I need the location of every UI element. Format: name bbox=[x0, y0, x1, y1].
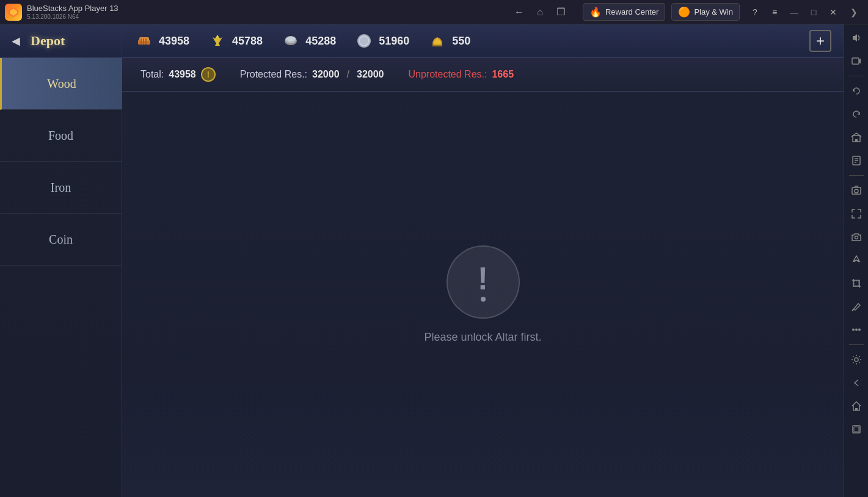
resource-bar: 43958 45788 bbox=[122, 24, 844, 58]
tab-wood-label: Wood bbox=[47, 77, 76, 91]
svg-rect-6 bbox=[145, 38, 147, 45]
svg-point-24 bbox=[858, 328, 861, 331]
expand-icon[interactable] bbox=[845, 203, 867, 225]
camera-folder-icon[interactable] bbox=[845, 226, 867, 248]
title-bar-text: BlueStacks App Player 13 5.13.200.1026 N… bbox=[27, 4, 509, 20]
svg-rect-28 bbox=[854, 427, 859, 432]
total-stat: Total: 43958 ! bbox=[140, 67, 216, 82]
unprotected-label: Unprotected Res.: bbox=[408, 69, 487, 80]
title-bar: BlueStacks App Player 13 5.13.200.1026 N… bbox=[0, 0, 868, 24]
rotate-ccw-icon[interactable] bbox=[845, 80, 867, 102]
play-win-icon: 🟠 bbox=[678, 6, 690, 18]
depot-back-button[interactable]: ◀ bbox=[7, 32, 24, 49]
tab-food[interactable]: Food bbox=[0, 110, 122, 162]
reward-center-label: Reward Center bbox=[605, 7, 658, 16]
wood-value: 43958 bbox=[159, 35, 189, 48]
apk-icon[interactable] bbox=[845, 150, 867, 172]
tab-wood[interactable]: Wood bbox=[0, 58, 122, 110]
depot-header: ◀ Depot bbox=[0, 24, 122, 58]
recent-apps-icon[interactable] bbox=[845, 418, 867, 440]
svg-rect-21 bbox=[854, 281, 859, 286]
back-arrow-icon[interactable] bbox=[845, 372, 867, 394]
video-icon[interactable] bbox=[845, 50, 867, 72]
menu-button[interactable]: ≡ bbox=[765, 3, 784, 21]
empty-icon-circle: ! bbox=[447, 245, 520, 319]
gold-value: 550 bbox=[452, 35, 470, 48]
svg-point-19 bbox=[855, 189, 858, 193]
minimize-button[interactable]: — bbox=[785, 3, 803, 21]
warning-icon[interactable]: ! bbox=[201, 67, 216, 82]
brush-icon[interactable] bbox=[845, 296, 867, 317]
svg-rect-14 bbox=[852, 58, 859, 64]
side-panel-toggle[interactable]: ❯ bbox=[845, 3, 863, 21]
tab-coin[interactable]: Coin bbox=[0, 214, 122, 266]
protected-stat: Protected Res.: 32000 / 32000 bbox=[240, 69, 384, 80]
settings-icon[interactable] bbox=[845, 349, 867, 371]
screenshot-icon[interactable] bbox=[845, 180, 867, 201]
windows-nav-button[interactable]: ❐ bbox=[551, 2, 571, 22]
unprotected-stat: Unprotected Res.: 1665 bbox=[408, 69, 514, 80]
app-version: 5.13.200.1026 N64 bbox=[27, 13, 509, 20]
help-button[interactable]: ? bbox=[746, 3, 764, 21]
depot-title: Depot bbox=[31, 33, 65, 49]
svg-rect-5 bbox=[143, 38, 144, 45]
coin-value: 51960 bbox=[379, 35, 409, 48]
svg-rect-13 bbox=[432, 45, 442, 46]
resource-gold[interactable]: 550 bbox=[428, 31, 470, 51]
resource-coin[interactable]: 51960 bbox=[354, 31, 409, 51]
gold-icon bbox=[428, 31, 447, 51]
svg-point-20 bbox=[855, 236, 858, 239]
wood-icon bbox=[134, 31, 154, 51]
exclamation-icon: ! bbox=[478, 263, 488, 294]
svg-point-9 bbox=[286, 37, 295, 42]
game-area: ◀ Depot Wood Food Iron Coin bbox=[0, 24, 844, 497]
svg-rect-16 bbox=[855, 139, 858, 142]
back-nav-button[interactable]: ← bbox=[509, 2, 529, 22]
home-nav-button[interactable]: ⌂ bbox=[530, 2, 550, 22]
total-label: Total: bbox=[140, 69, 164, 80]
svg-rect-26 bbox=[855, 408, 858, 410]
food-value: 45788 bbox=[232, 35, 263, 48]
tab-food-label: Food bbox=[48, 129, 73, 143]
protected-max: 32000 bbox=[357, 69, 384, 80]
right-sidebar bbox=[844, 24, 868, 497]
speaker-icon[interactable] bbox=[845, 27, 867, 49]
main-container: ◀ Depot Wood Food Iron Coin bbox=[0, 24, 868, 497]
add-resource-button[interactable]: + bbox=[809, 30, 831, 52]
svg-point-12 bbox=[360, 37, 368, 45]
left-sidebar: ◀ Depot Wood Food Iron Coin bbox=[0, 24, 122, 497]
empty-message: Please unlock Altar first. bbox=[424, 331, 541, 344]
resource-wood[interactable]: 43958 bbox=[134, 31, 189, 51]
more-icon[interactable] bbox=[845, 319, 867, 341]
protected-label: Protected Res.: bbox=[240, 69, 307, 80]
play-win-button[interactable]: 🟠 Play & Win bbox=[671, 3, 740, 21]
total-value: 43958 bbox=[169, 69, 196, 80]
app-name: BlueStacks App Player 13 bbox=[27, 4, 509, 13]
close-button[interactable]: ✕ bbox=[824, 3, 842, 21]
title-bar-nav: ← ⌂ ❐ bbox=[509, 2, 571, 22]
svg-point-25 bbox=[855, 358, 858, 361]
airplane-icon[interactable] bbox=[845, 249, 867, 271]
sidebar-divider-2 bbox=[849, 175, 864, 176]
tab-iron[interactable]: Iron bbox=[0, 162, 122, 214]
tab-iron-label: Iron bbox=[51, 181, 71, 195]
resource-food[interactable]: 45788 bbox=[208, 31, 263, 51]
window-controls: ? ≡ — □ ✕ bbox=[746, 3, 842, 21]
resource-tabs: Wood Food Iron Coin bbox=[0, 58, 122, 497]
rotate-cw-icon[interactable] bbox=[845, 103, 867, 125]
maximize-button[interactable]: □ bbox=[804, 3, 823, 21]
crop-icon[interactable] bbox=[845, 272, 867, 294]
home-icon[interactable] bbox=[845, 395, 867, 417]
svg-point-22 bbox=[852, 328, 855, 331]
content-area: 43958 45788 bbox=[122, 24, 844, 497]
play-win-label: Play & Win bbox=[694, 7, 733, 16]
building-icon[interactable] bbox=[845, 126, 867, 148]
reward-center-button[interactable]: 🔥 Reward Center bbox=[583, 3, 665, 21]
stats-bar: Total: 43958 ! Protected Res.: 32000 / 3… bbox=[122, 58, 844, 92]
resource-iron[interactable]: 45288 bbox=[281, 31, 336, 51]
iron-value: 45288 bbox=[305, 35, 336, 48]
sidebar-divider-3 bbox=[849, 344, 864, 345]
coin-icon bbox=[354, 31, 374, 51]
food-icon bbox=[208, 31, 227, 51]
stat-slash: / bbox=[347, 69, 349, 80]
